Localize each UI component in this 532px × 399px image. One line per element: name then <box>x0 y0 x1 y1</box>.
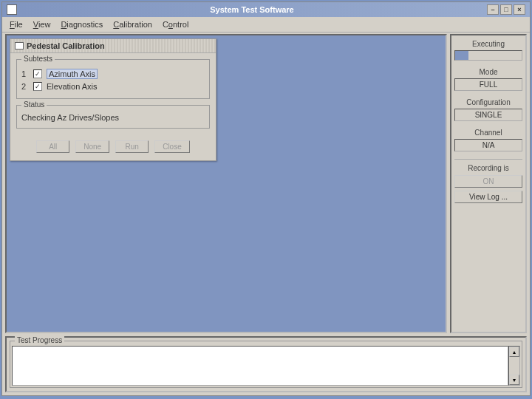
test-progress-legend: Test Progress <box>15 336 64 344</box>
close-button[interactable]: Close <box>154 140 190 153</box>
subtests-fieldset: Subtests 1 ✓ Azimuth Axis 2 ✓ Elevation … <box>16 59 210 99</box>
executing-label: Executing <box>454 40 522 48</box>
config-value[interactable]: SINGLE <box>454 109 522 121</box>
mode-label: Mode <box>454 68 522 76</box>
menu-diagnostics[interactable]: Diagnostics <box>56 18 107 30</box>
calibration-panel: Pedestal Calibration Subtests 1 ✓ Azimut… <box>10 38 216 161</box>
view-log-button[interactable]: View Log ... <box>454 191 522 203</box>
sidebar-divider <box>454 159 522 160</box>
subtest-1-label[interactable]: Azimuth Axis <box>47 69 98 79</box>
none-button[interactable]: None <box>75 140 109 153</box>
content-area: Pedestal Calibration Subtests 1 ✓ Azimut… <box>5 34 447 333</box>
status-text: Checking Az Drives/Slopes <box>21 112 205 123</box>
subtests-legend: Subtests <box>21 55 55 63</box>
channel-value[interactable]: N/A <box>454 139 522 151</box>
recording-on-button[interactable]: ON <box>454 175 522 188</box>
minimize-button[interactable]: – <box>487 4 499 15</box>
status-fieldset: Status Checking Az Drives/Slopes <box>16 105 210 129</box>
status-legend: Status <box>21 100 47 109</box>
mode-value[interactable]: FULL <box>454 78 522 91</box>
channel-label: Channel <box>454 129 522 137</box>
close-window-button[interactable]: × <box>514 4 525 15</box>
recording-label: Recording is <box>454 164 522 172</box>
panel-button-row: All None Run Close <box>10 134 216 160</box>
run-button[interactable]: Run <box>115 140 149 153</box>
menu-control[interactable]: Control <box>158 18 193 30</box>
subtest-1-checkbox[interactable]: ✓ <box>33 69 42 78</box>
test-progress-fieldset: Test Progress ▴ ▾ <box>10 341 522 388</box>
menu-view[interactable]: View <box>29 18 55 30</box>
scroll-down-icon[interactable]: ▾ <box>509 375 519 385</box>
progress-fill <box>455 51 468 60</box>
menu-file[interactable]: File <box>5 18 27 30</box>
maximize-button[interactable]: □ <box>500 4 512 15</box>
bottom-panel: Test Progress ▴ ▾ <box>5 336 527 392</box>
subtest-1-num: 1 <box>21 69 29 78</box>
panel-title-text: Pedestal Calibration <box>27 41 105 50</box>
panel-icon <box>15 42 24 50</box>
sidebar: Executing Mode FULL Configuration SINGLE… <box>450 34 527 333</box>
subtest-2-checkbox[interactable]: ✓ <box>33 82 42 91</box>
subtest-row-1: 1 ✓ Azimuth Axis <box>21 69 205 79</box>
subtest-2-num: 2 <box>21 82 29 91</box>
panel-titlebar: Pedestal Calibration <box>10 39 216 53</box>
subtest-row-2: 2 ✓ Elevation Axis <box>21 82 205 91</box>
menubar: File View Diagnostics Calibration Contro… <box>2 17 530 33</box>
main-area: Pedestal Calibration Subtests 1 ✓ Azimut… <box>2 33 530 335</box>
executing-progress <box>454 50 522 61</box>
all-button[interactable]: All <box>36 140 69 153</box>
scrollbar[interactable]: ▴ ▾ <box>508 346 520 386</box>
menu-calibration[interactable]: Calibration <box>109 18 157 30</box>
window-title: System Test Software <box>17 5 487 14</box>
titlebar: System Test Software – □ × <box>2 2 530 17</box>
config-label: Configuration <box>454 98 522 106</box>
main-window: System Test Software – □ × File View Dia… <box>1 1 531 396</box>
scroll-up-icon[interactable]: ▴ <box>509 347 519 357</box>
subtest-2-label: Elevation Axis <box>47 82 97 91</box>
test-progress-textarea[interactable] <box>12 346 508 386</box>
app-icon <box>7 4 17 15</box>
